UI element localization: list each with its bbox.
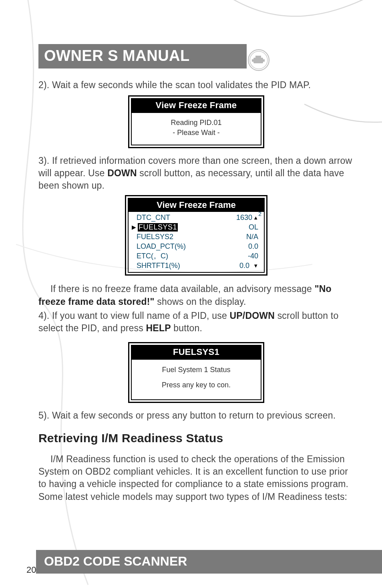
pid-value: 1630 bbox=[236, 213, 252, 222]
pid-row-selected: ▶FUELSYS1 OL bbox=[137, 222, 258, 232]
pid-value: N/A bbox=[246, 233, 258, 241]
pid-row: SHRTFT1(%) 0.0 ▼ bbox=[137, 261, 258, 270]
pid-row: FUELSYS2 N/A bbox=[137, 232, 258, 242]
screen3-line1: Fuel System 1 Status bbox=[135, 364, 257, 376]
header-title-bar: OWNER S MANUAL bbox=[38, 44, 247, 68]
pid-name: LOAD_PCT(%) bbox=[137, 242, 186, 251]
down-arrow-icon: ▼ bbox=[253, 263, 258, 269]
step-2-text: 2). Wait a few seconds while the scan to… bbox=[38, 79, 354, 91]
lcd-screen-help: FUELSYS1 Fuel System 1 Status Press any … bbox=[128, 342, 264, 403]
pid-name: SHRTFT1(%) bbox=[137, 262, 180, 270]
no-freeze-frame-para: If there is no freeze frame data availab… bbox=[38, 283, 354, 308]
pid-value: 0.0 bbox=[239, 262, 249, 270]
im-readiness-paragraph: I/M Readiness function is used to check … bbox=[38, 453, 354, 503]
pid-name: ETC(。C) bbox=[137, 251, 168, 261]
screen3-title: FUELSYS1 bbox=[132, 346, 261, 360]
pid-name: FUELSYS2 bbox=[137, 233, 173, 241]
screen2-title: View Freeze Frame bbox=[129, 199, 264, 212]
pid-row: LOAD_PCT(%) 0.0 bbox=[137, 242, 258, 251]
step-5-text: 5). Wait a few seconds or press any butt… bbox=[38, 409, 354, 422]
screen1-title: View Freeze Frame bbox=[132, 99, 261, 113]
pid-row: ETC(。C) -40 bbox=[137, 251, 258, 261]
pid-name: FUELSYS1 bbox=[138, 223, 178, 232]
step-4-text: 4). If you want to view full name of a P… bbox=[38, 310, 354, 335]
page-number: 20 bbox=[26, 565, 36, 575]
pid-value: OL bbox=[249, 223, 258, 232]
screen1-line2: - Please Wait - bbox=[135, 128, 257, 138]
screen2-page-indicator: 2 bbox=[258, 211, 261, 217]
up-arrow-icon: ▲ bbox=[253, 215, 258, 221]
pid-value: -40 bbox=[248, 252, 258, 260]
screen3-line2: Press any key to con. bbox=[135, 379, 257, 391]
footer-title-bar: OBD2 CODE SCANNER bbox=[36, 550, 382, 574]
pid-name: DTC_CNT bbox=[137, 213, 170, 222]
step-3-text: 3). If retrieved information covers more… bbox=[38, 155, 354, 192]
section-heading-im-readiness: Retrieving I/M Readiness Status bbox=[38, 431, 354, 445]
lcd-screen-reading-pid: View Freeze Frame Reading PID.01 - Pleas… bbox=[128, 95, 264, 148]
selection-pointer-icon: ▶ bbox=[132, 224, 136, 230]
header-title: OWNER S MANUAL bbox=[44, 47, 190, 64]
footer-title: OBD2 CODE SCANNER bbox=[44, 554, 187, 568]
lcd-screen-pid-list: View Freeze Frame 2 DTC_CNT 1630▲ ▶FUELS… bbox=[125, 195, 267, 276]
screen1-line1: Reading PID.01 bbox=[135, 118, 257, 128]
pid-row: DTC_CNT 1630▲ bbox=[137, 213, 258, 222]
pid-value: 0.0 bbox=[248, 242, 258, 251]
